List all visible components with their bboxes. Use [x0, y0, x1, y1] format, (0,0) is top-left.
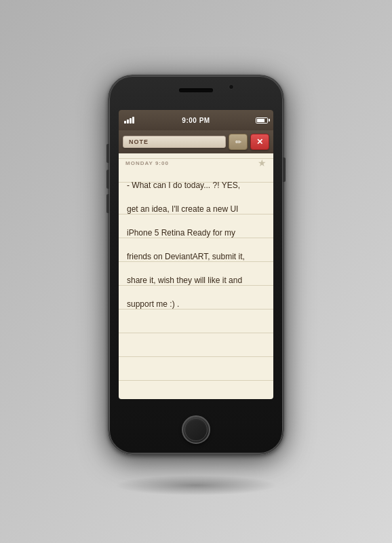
volume-down-button[interactable] [106, 194, 109, 213]
signal-bar-2 [127, 119, 129, 124]
phone-mockup: 9:00 PM NOTE ✏ ✕ [101, 75, 291, 468]
status-right [256, 117, 268, 124]
signal-bar-3 [130, 118, 132, 124]
note-line-5: share it, wish they will like it and [127, 269, 265, 293]
note-label: NOTE [123, 136, 226, 148]
note-line-6: support me :) . [127, 293, 265, 316]
note-header-row: MONDAY 9:00 ★ [119, 153, 273, 171]
close-icon: ✕ [256, 137, 263, 147]
screen: 9:00 PM NOTE ✏ ✕ [119, 110, 273, 399]
note-line-4: friends on DeviantART, submit it, [127, 245, 265, 269]
phone-reflection [115, 475, 277, 495]
battery-icon [256, 117, 268, 124]
close-button[interactable]: ✕ [250, 134, 269, 150]
note-line-1: - What can I do today... ?! YES, [127, 174, 265, 198]
speaker [179, 88, 213, 92]
edit-button[interactable]: ✏ [229, 134, 248, 150]
note-content: MONDAY 9:00 ★ - What can I do today... ?… [119, 153, 273, 399]
home-button-inner [184, 418, 208, 441]
home-button[interactable] [182, 415, 210, 444]
screen-content: 9:00 PM NOTE ✏ ✕ [119, 110, 273, 399]
note-date: MONDAY 9:00 [125, 160, 169, 166]
signal-bar-1 [124, 121, 126, 124]
note-text: - What can I do today... ?! YES, get an … [119, 171, 273, 316]
star-icon: ★ [258, 157, 267, 168]
edit-icon: ✏ [235, 138, 241, 147]
phone-body: 9:00 PM NOTE ✏ ✕ [108, 75, 284, 455]
battery-fill [257, 119, 264, 122]
signal-indicator [124, 117, 134, 124]
note-line-3: iPhone 5 Retina Ready for my [127, 221, 265, 245]
volume-up-button[interactable] [106, 170, 109, 189]
app-header: NOTE ✏ ✕ [119, 130, 273, 153]
status-time: 9:00 PM [182, 117, 210, 124]
signal-bar-4 [132, 117, 134, 124]
power-button[interactable] [283, 157, 286, 182]
camera [229, 84, 234, 90]
status-bar: 9:00 PM [119, 110, 273, 130]
note-line-2: get an idea, I'll create a new UI [127, 198, 265, 221]
